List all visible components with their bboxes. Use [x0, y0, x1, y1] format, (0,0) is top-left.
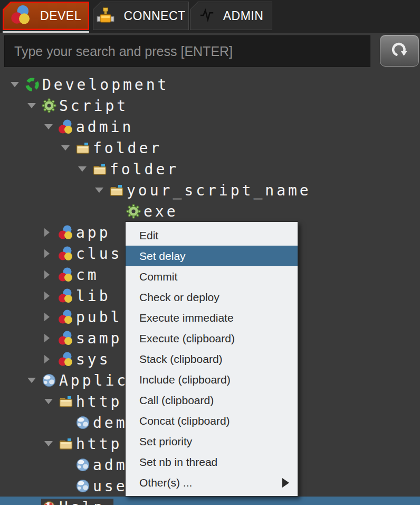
globe-icon	[75, 478, 91, 494]
expander-collapsed-icon[interactable]	[44, 292, 50, 300]
tree-row-label: Development	[42, 76, 169, 93]
menu-item-set-priority[interactable]: Set priority	[126, 431, 298, 452]
globe-icon	[75, 415, 91, 431]
context-menu-item-label: Set priority	[139, 435, 289, 448]
tree-row-folder[interactable]: folder	[0, 137, 420, 158]
tree-row-label: lib	[76, 287, 111, 305]
expander-collapsed-icon[interactable]	[44, 228, 50, 237]
context-menu-item-label: Concat (clipboard)	[139, 415, 289, 427]
context-menu-item-label: Set nb in thread	[139, 456, 289, 469]
context-menu-item-label: Check or deploy	[139, 291, 289, 304]
menu-item-stack-clipboard[interactable]: Stack (clipboard)	[126, 349, 298, 369]
folder-icon	[58, 394, 74, 409]
expander-expanded-icon[interactable]	[61, 145, 70, 151]
tree-row-label: clus	[76, 245, 122, 263]
circles-icon	[58, 351, 74, 367]
tree-row-label: Script	[59, 97, 128, 115]
expander-collapsed-icon[interactable]	[44, 270, 50, 279]
context-menu: Edit Set delay Commit Check or deploy Ex…	[125, 221, 298, 497]
context-menu-item-label: Edit	[139, 229, 289, 242]
expander-expanded-icon[interactable]	[44, 399, 53, 404]
expander-expanded-icon[interactable]	[27, 103, 36, 108]
circles-icon	[58, 225, 74, 240]
tree-row-label: Help	[59, 499, 105, 505]
tree-row-label: your_script_name	[127, 182, 311, 199]
circles-icon	[58, 246, 74, 261]
tab-connect[interactable]: CONNECT	[93, 2, 189, 30]
menu-item-execute-clipboard[interactable]: Execute (clipboard)	[126, 328, 298, 349]
gear-icon	[126, 203, 141, 219]
tree-row-admin[interactable]: admin	[0, 116, 420, 137]
context-menu-item-label: Set delay	[139, 250, 289, 263]
tree-row-label: use	[93, 478, 128, 495]
tab-devel[interactable]: DEVEL	[3, 2, 89, 30]
active-tab-indicator	[3, 31, 89, 33]
context-menu-item-label: Stack (clipboard)	[139, 353, 289, 366]
tree-row-script[interactable]: Script	[0, 95, 420, 116]
tree-row-exe[interactable]: exe	[0, 201, 420, 222]
folder-icon	[109, 182, 125, 198]
expander-collapsed-icon[interactable]	[44, 334, 50, 342]
tree-row-label: app	[76, 224, 111, 241]
tab-label: CONNECT	[123, 9, 185, 23]
tab-label: DEVEL	[40, 9, 81, 23]
tree-row-label: http	[76, 435, 122, 453]
context-menu-item-label: Commit	[139, 270, 289, 283]
tree-row-label: dem	[93, 414, 128, 432]
menu-item-edit[interactable]: Edit	[126, 225, 298, 246]
menu-item-set-nb-in-thread[interactable]: Set nb in thread	[126, 452, 298, 472]
refresh-icon	[390, 40, 409, 61]
tree-row-label: exe	[144, 203, 178, 220]
menu-item-set-delay[interactable]: Set delay	[126, 246, 298, 266]
refresh-button[interactable]	[380, 35, 419, 67]
context-menu-item-label: Other(s) ...	[139, 476, 282, 489]
tree-row-label: folder	[110, 161, 179, 178]
tree-row-label: samp	[76, 330, 122, 347]
menu-item-other-s[interactable]: Other(s) ...	[126, 472, 298, 493]
menu-item-include-clipboard[interactable]: Include (clipboard)	[126, 369, 298, 390]
expander-collapsed-icon[interactable]	[44, 355, 50, 363]
tree-row-help[interactable]: Help	[0, 497, 420, 505]
expander-collapsed-icon[interactable]	[44, 313, 50, 321]
palette-circles-icon	[11, 4, 32, 27]
circles-icon	[58, 309, 74, 325]
expander-collapsed-icon[interactable]	[44, 249, 50, 258]
submenu-arrow-icon	[282, 478, 289, 488]
expander-expanded-icon[interactable]	[78, 166, 87, 172]
connector-icon	[96, 5, 115, 26]
menu-item-commit[interactable]: Commit	[126, 266, 298, 287]
circles-icon	[58, 119, 74, 135]
expander-expanded-icon[interactable]	[44, 124, 53, 129]
globe-icon	[75, 457, 91, 473]
gear-icon	[41, 98, 57, 114]
tree-row-label: sys	[76, 351, 111, 368]
tree-row-label: http	[76, 393, 122, 410]
tree-row-label: publ	[76, 308, 122, 326]
tree-row-your-script-name[interactable]: your_script_name	[0, 180, 420, 201]
circles-icon	[58, 288, 74, 304]
lifebuoy-icon	[41, 499, 57, 505]
tab-bar: DEVEL CONNECT ADMIN	[0, 0, 420, 33]
search-input[interactable]	[4, 35, 370, 67]
menu-item-execute-immediate[interactable]: Execute immediate	[126, 307, 298, 328]
expander-expanded-icon[interactable]	[44, 441, 53, 446]
folder-icon	[92, 161, 108, 177]
expander-expanded-icon[interactable]	[27, 378, 36, 383]
expander-expanded-icon[interactable]	[95, 188, 103, 193]
folder-icon	[75, 140, 91, 156]
tree-row-label: adm	[93, 456, 128, 474]
context-menu-item-label: Include (clipboard)	[139, 373, 289, 386]
menu-item-call-clipboard[interactable]: Call (clipboard)	[126, 390, 298, 410]
tab-label: ADMIN	[223, 9, 264, 23]
tree-row-label: cm	[76, 266, 99, 284]
expander-expanded-icon[interactable]	[11, 82, 19, 87]
menu-item-concat-clipboard[interactable]: Concat (clipboard)	[126, 410, 298, 431]
waveform-icon	[199, 7, 215, 25]
recycle-icon	[24, 77, 40, 92]
tree-row-folder[interactable]: folder	[0, 158, 420, 180]
tree-row-label: folder	[93, 139, 162, 157]
tab-admin[interactable]: ADMIN	[190, 2, 272, 30]
menu-item-check-or-deploy[interactable]: Check or deploy	[126, 287, 298, 307]
context-menu-item-label: Call (clipboard)	[139, 394, 289, 407]
tree-row-development[interactable]: Development	[0, 74, 420, 95]
